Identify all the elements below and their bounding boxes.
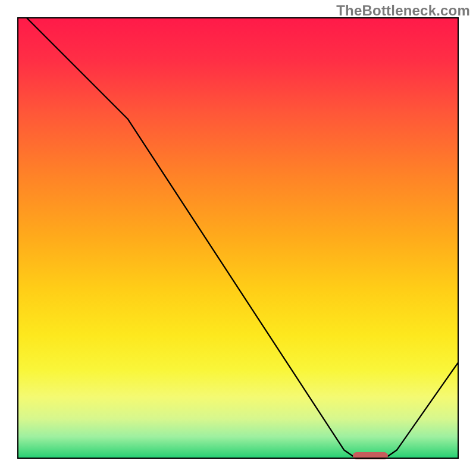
plot-area [17, 17, 459, 459]
chart-root: TheBottleneck.com [0, 0, 476, 476]
optimal-range-marker [353, 452, 388, 459]
watermark-text: TheBottleneck.com [336, 2, 470, 19]
gradient-background [17, 17, 459, 459]
